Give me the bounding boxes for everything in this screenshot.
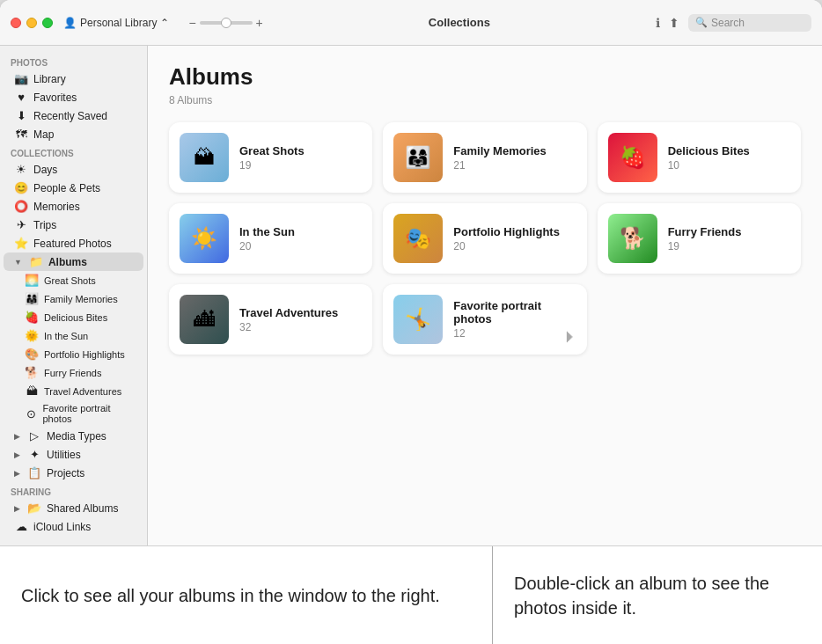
sidebar-item-favorites[interactable]: ♥ Favorites	[4, 88, 143, 106]
content-area: Albums 8 Albums 🏔 Great Shots 19 👨‍👩‍👧	[148, 46, 822, 545]
sidebar-item-featured[interactable]: ⭐ Featured Photos	[4, 234, 143, 252]
album-card-portrait[interactable]: 🤸 Favorite portrait photos 12 ⏵	[383, 284, 586, 355]
sidebar-subitem-in-the-sun[interactable]: 🌞 In the Sun	[4, 326, 143, 345]
search-placeholder: Search	[711, 17, 745, 29]
annotation-right-text: Double-click an album to see the photos …	[514, 571, 801, 620]
sidebar-item-utilities[interactable]: ▶ ✦ Utilities	[4, 445, 143, 464]
traffic-lights	[11, 18, 53, 28]
sidebar-item-label: Memories	[33, 201, 80, 213]
album-info: Travel Adventures 32	[239, 306, 362, 333]
albums-grid: 🏔 Great Shots 19 👨‍👩‍👧 Family Memories 2…	[169, 122, 801, 355]
sidebar-item-label: Albums	[48, 256, 87, 268]
album-card-portfolio[interactable]: 🎭 Portfolio Highlights 20	[383, 203, 586, 274]
download-icon: ⬇	[14, 109, 28, 122]
sidebar-item-media-types[interactable]: ▶ ▷ Media Types	[4, 427, 143, 445]
close-button[interactable]	[11, 18, 21, 28]
sidebar-item-label: Media Types	[47, 430, 106, 443]
sidebar-item-label: Furry Friends	[44, 368, 101, 378]
album-count: 20	[239, 240, 362, 252]
annotation-left-text: Click to see all your albums in the wind…	[21, 583, 440, 608]
sidebar-subitem-portrait[interactable]: ⊙ Favorite portrait photos	[4, 400, 143, 427]
titlebar-title: Collections	[263, 16, 656, 29]
album-info: Portfolio Highlights 20	[453, 225, 576, 252]
album-info: Family Memories 21	[453, 144, 576, 172]
page-title: Albums	[169, 63, 801, 91]
album-info: Great Shots 19	[239, 144, 362, 172]
play-button[interactable]: ⏵	[562, 327, 578, 346]
sidebar-subitem-great-shots[interactable]: 🌅 Great Shots	[4, 271, 143, 289]
sidebar-subitem-family-memories[interactable]: 👨‍👩‍👧 Family Memories	[4, 289, 143, 308]
album-count: 20	[453, 240, 576, 252]
album-name: In the Sun	[239, 225, 362, 238]
sidebar-subitem-travel[interactable]: 🏔 Travel Adventures	[4, 382, 143, 400]
zoom-slider[interactable]	[200, 21, 253, 25]
sidebar-subitem-furry-friends[interactable]: 🐕 Furry Friends	[4, 363, 143, 382]
sidebar-item-projects[interactable]: ▶ 📋 Projects	[4, 464, 143, 482]
album-card-great-shots[interactable]: 🏔 Great Shots 19	[169, 122, 372, 193]
album-card-delicious-bites[interactable]: 🍓 Delicious Bites 10	[598, 122, 801, 193]
album-name: Great Shots	[239, 144, 362, 157]
album-card-furry-friends[interactable]: 🐕 Furry Friends 19	[598, 203, 801, 274]
featured-icon: ⭐	[14, 237, 28, 250]
sidebar-item-label: Portfolio Highlights	[44, 349, 125, 360]
info-button[interactable]: ℹ	[656, 16, 660, 30]
minimize-button[interactable]	[26, 18, 37, 28]
sidebar-item-label: Featured Photos	[33, 238, 112, 250]
album-count: 10	[668, 159, 790, 172]
sidebar-item-label: In the Sun	[44, 331, 88, 341]
sidebar-item-memories[interactable]: ⭕ Memories	[4, 197, 143, 216]
sidebar-item-people-pets[interactable]: 😊 People & Pets	[4, 179, 143, 197]
album-thumbnail: 🎭	[393, 214, 443, 263]
album-thumbnail: 🤸	[393, 295, 443, 344]
sidebar-item-label: Map	[33, 128, 54, 141]
sidebar-item-shared-albums[interactable]: ▶ 📂 Shared Albums	[4, 499, 143, 517]
sidebar-item-label: Recently Saved	[33, 110, 107, 122]
sidebar-item-label: Days	[33, 164, 57, 176]
sidebar-subitem-delicious-bites[interactable]: 🍓 Delicious Bites	[4, 308, 143, 326]
chevron-right-icon: ▶	[14, 469, 20, 478]
album-info: Favorite portrait photos 12	[453, 299, 576, 340]
titlebar-left: 👤 Personal Library ⌃ − +	[63, 16, 263, 30]
album-card-travel[interactable]: 🏙 Travel Adventures 32	[169, 284, 372, 355]
sidebar-item-map[interactable]: 🗺 Map	[4, 125, 143, 143]
sidebar-item-icloud-links[interactable]: ☁ iCloud Links	[4, 517, 143, 536]
sidebar-section-collections: Collections	[0, 143, 147, 160]
sidebar-item-recently-saved[interactable]: ⬇ Recently Saved	[4, 106, 143, 125]
sidebar-subitem-portfolio[interactable]: 🎨 Portfolio Highlights	[4, 345, 143, 363]
family-icon: 👨‍👩‍👧	[25, 292, 39, 305]
chevron-icon: ⌃	[160, 17, 169, 29]
sidebar-item-library[interactable]: 📷 Library	[4, 70, 143, 88]
maximize-button[interactable]	[42, 18, 53, 28]
library-selector[interactable]: 👤 Personal Library ⌃	[63, 17, 169, 29]
titlebar-right: ℹ ⬆ 🔍 Search	[656, 14, 811, 32]
days-icon: ☀	[14, 163, 28, 176]
sidebar-item-label: Library	[33, 73, 66, 85]
album-card-in-the-sun[interactable]: ☀️ In the Sun 20	[169, 203, 372, 274]
sidebar-item-label: Family Memories	[44, 294, 118, 304]
zoom-control: − +	[188, 16, 262, 30]
memories-icon: ⭕	[14, 200, 28, 213]
sidebar-item-label: Favorite portrait photos	[43, 403, 134, 424]
sidebar-item-label: Travel Adventures	[44, 386, 121, 397]
album-card-family-memories[interactable]: 👨‍👩‍👧 Family Memories 21	[383, 122, 586, 193]
chevron-right-icon: ▶	[14, 450, 20, 459]
media-types-icon: ▷	[27, 429, 41, 443]
share-button[interactable]: ⬆	[669, 16, 679, 30]
sidebar-item-trips[interactable]: ✈ Trips	[4, 216, 143, 234]
album-info: Delicious Bites 10	[668, 144, 790, 172]
sidebar-item-label: Favorites	[33, 91, 77, 104]
album-count: 32	[239, 321, 362, 333]
projects-icon: 📋	[27, 466, 41, 479]
zoom-minus-button[interactable]: −	[188, 16, 195, 30]
album-info: Furry Friends 19	[668, 225, 790, 252]
sidebar-section-sharing: Sharing	[0, 482, 147, 499]
search-box[interactable]: 🔍 Search	[688, 14, 811, 32]
trips-icon: ✈	[14, 218, 28, 231]
travel-icon: 🏔	[25, 384, 39, 398]
app-window: 👤 Personal Library ⌃ − + Collections ℹ ⬆…	[0, 0, 822, 545]
sidebar-item-days[interactable]: ☀ Days	[4, 160, 143, 179]
shared-albums-icon: 📂	[27, 501, 41, 515]
zoom-plus-button[interactable]: +	[256, 16, 263, 30]
sidebar-item-albums[interactable]: ▼ 📁 Albums	[4, 252, 143, 271]
album-count: 19	[668, 240, 790, 252]
